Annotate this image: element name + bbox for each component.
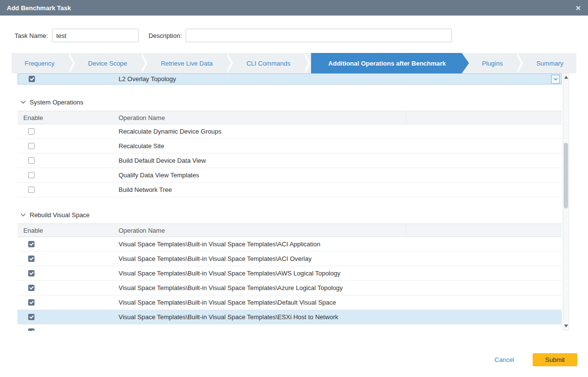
scrollbar[interactable] bbox=[563, 73, 569, 330]
task-form: Task Name: Description: bbox=[15, 29, 588, 42]
enable-cell bbox=[17, 143, 115, 149]
table-row[interactable]: Visual Space Templates\Built-in Visual S… bbox=[17, 310, 562, 325]
table-row[interactable]: Visual Space Templates\Built-in Visual S… bbox=[17, 281, 562, 295]
tab-separator-icon bbox=[303, 53, 311, 73]
enable-cell bbox=[17, 187, 115, 193]
enable-checkbox[interactable] bbox=[28, 143, 35, 149]
enable-cell bbox=[17, 328, 115, 331]
tab-summary[interactable]: Summary bbox=[523, 53, 576, 73]
enable-cell bbox=[17, 128, 115, 135]
scroll-up-arrow-icon[interactable] bbox=[564, 76, 568, 79]
enable-cell bbox=[17, 314, 115, 320]
table-header: Enable Operation Name bbox=[17, 223, 562, 237]
operation-name: Visual Space Templates\Built-in Visual S… bbox=[115, 313, 406, 321]
section-title: System Operations bbox=[30, 99, 84, 106]
add-benchmark-task-dialog: Add Benchmark Task ✕ Task Name: Descript… bbox=[0, 0, 588, 377]
enable-cell bbox=[17, 299, 115, 306]
table-row[interactable]: Qualify Data View Templates bbox=[17, 168, 562, 183]
chevron-down-icon bbox=[553, 78, 558, 81]
table-row[interactable] bbox=[17, 325, 562, 331]
enable-checkbox[interactable] bbox=[28, 172, 35, 178]
enable-checkbox[interactable] bbox=[28, 328, 35, 331]
task-name-input[interactable] bbox=[52, 29, 138, 42]
enable-checkbox[interactable] bbox=[28, 256, 35, 262]
table-row-l2-overlay-topology[interactable]: L2 Overlay Topology bbox=[17, 73, 562, 85]
scroll-down-arrow-icon[interactable] bbox=[564, 325, 568, 327]
enable-checkbox[interactable] bbox=[28, 299, 35, 306]
tab-separator-icon bbox=[516, 53, 523, 73]
operations-table: Enable Operation Name Visual Space Templ… bbox=[17, 223, 562, 331]
enable-checkbox[interactable] bbox=[28, 187, 35, 193]
table-row[interactable]: Recalculate Site bbox=[17, 139, 562, 154]
tab-frequency[interactable]: Frequency bbox=[12, 53, 68, 73]
cancel-button[interactable]: Cancel bbox=[495, 356, 514, 363]
table-row[interactable]: Visual Space Templates\Built-in Visual S… bbox=[17, 295, 562, 310]
operation-name: Build Network Tree bbox=[115, 186, 406, 193]
table-row[interactable]: Visual Space Templates\Built-in Visual S… bbox=[17, 237, 562, 252]
section-system-operations: System Operations Enable Operation Name … bbox=[17, 98, 562, 197]
column-header-enable: Enable bbox=[17, 114, 115, 121]
table-row[interactable]: Visual Space Templates\Built-in Visual S… bbox=[17, 266, 562, 281]
submit-button[interactable]: Submit bbox=[533, 353, 577, 366]
operations-table: Enable Operation Name Recalculate Dynami… bbox=[17, 111, 562, 197]
close-icon[interactable]: ✕ bbox=[575, 4, 581, 12]
section-rebuild-visual-space: Rebuild Visual Space Enable Operation Na… bbox=[17, 211, 562, 331]
operation-name: Build Default Device Data View bbox=[115, 157, 406, 164]
operation-name: Visual Space Templates\Built-in Visual S… bbox=[115, 284, 406, 291]
dialog-titlebar: Add Benchmark Task ✕ bbox=[0, 0, 588, 16]
enable-cell bbox=[17, 270, 115, 276]
section-header[interactable]: System Operations bbox=[20, 98, 562, 106]
enable-checkbox[interactable] bbox=[28, 128, 35, 135]
table-row[interactable]: Build Network Tree bbox=[17, 183, 562, 197]
enable-cell bbox=[17, 241, 115, 247]
column-header-operation-name: Operation Name bbox=[115, 111, 406, 124]
operation-name: L2 Overlay Topology bbox=[119, 75, 176, 83]
dialog-footer: Cancel Submit bbox=[495, 353, 577, 366]
tab-plugins[interactable]: Plugins bbox=[469, 53, 516, 73]
column-header-operation-name: Operation Name bbox=[115, 224, 406, 237]
tab-separator-icon bbox=[225, 53, 233, 73]
tab-separator-icon bbox=[68, 53, 75, 73]
enable-checkbox[interactable] bbox=[29, 76, 35, 82]
table-header: Enable Operation Name bbox=[17, 111, 562, 124]
tab-separator-icon bbox=[140, 53, 148, 73]
tab-additional-operations-after-benchmark[interactable]: Additional Operations after Benchmark bbox=[311, 53, 469, 73]
task-name-label: Task Name: bbox=[15, 32, 48, 39]
table-row[interactable]: Build Default Device Data View bbox=[17, 154, 562, 168]
wizard-tabs: FrequencyDevice ScopeRetrieve Live DataC… bbox=[12, 53, 576, 73]
description-input[interactable] bbox=[186, 29, 452, 42]
enable-cell bbox=[17, 157, 115, 164]
operation-name: Qualify Data View Templates bbox=[115, 171, 406, 179]
description-label: Description: bbox=[149, 32, 182, 39]
operation-name: Visual Space Templates\Built-in Visual S… bbox=[115, 299, 406, 306]
operation-name: Visual Space Templates\Built-in Visual S… bbox=[115, 255, 406, 262]
operation-name: Visual Space Templates\Built-in Visual S… bbox=[115, 270, 406, 277]
section-header[interactable]: Rebuild Visual Space bbox=[20, 211, 562, 219]
operation-name: Visual Space Templates\Built-in Visual S… bbox=[115, 240, 406, 248]
scrollbar-thumb[interactable] bbox=[564, 143, 568, 208]
enable-cell bbox=[17, 285, 115, 291]
chevron-down-icon bbox=[20, 213, 26, 217]
tab-cli-commands[interactable]: CLI Commands bbox=[233, 53, 303, 73]
dropdown-button[interactable] bbox=[551, 75, 560, 84]
enable-checkbox[interactable] bbox=[28, 270, 35, 276]
tab-retrieve-live-data[interactable]: Retrieve Live Data bbox=[148, 53, 225, 73]
table-row[interactable]: Recalculate Dynamic Device Groups bbox=[17, 124, 562, 139]
dialog-title: Add Benchmark Task bbox=[7, 4, 71, 12]
enable-checkbox[interactable] bbox=[28, 285, 35, 291]
content-viewport: L2 Overlay Topology System Operations En… bbox=[17, 73, 562, 331]
enable-checkbox[interactable] bbox=[28, 314, 35, 320]
enable-cell bbox=[17, 256, 115, 262]
operation-name: Recalculate Site bbox=[115, 142, 406, 150]
table-row[interactable]: Visual Space Templates\Built-in Visual S… bbox=[17, 252, 562, 266]
section-title: Rebuild Visual Space bbox=[30, 211, 89, 219]
enable-checkbox[interactable] bbox=[28, 157, 35, 164]
enable-cell bbox=[17, 172, 115, 178]
column-header-enable: Enable bbox=[17, 227, 115, 234]
operation-name: Recalculate Dynamic Device Groups bbox=[115, 128, 406, 135]
tab-device-scope[interactable]: Device Scope bbox=[75, 53, 140, 73]
chevron-down-icon bbox=[20, 101, 26, 104]
enable-checkbox[interactable] bbox=[28, 241, 35, 247]
